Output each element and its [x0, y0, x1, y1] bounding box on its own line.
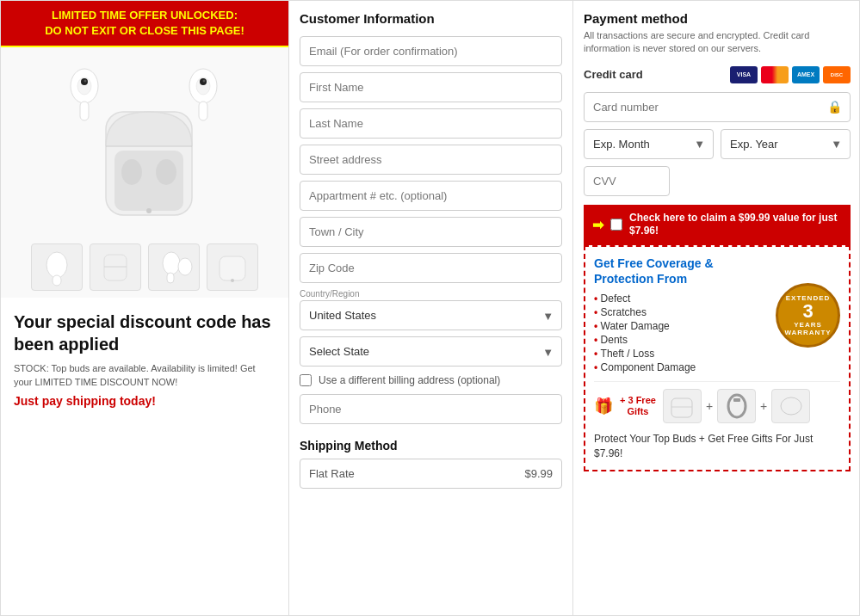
last-name-field[interactable] — [300, 108, 562, 139]
customer-info-title: Customer Information — [300, 11, 562, 26]
badge-years-text: 3 — [802, 302, 813, 321]
first-name-field[interactable] — [300, 72, 562, 102]
mastercard-logo — [761, 66, 789, 83]
warranty-list: Defect Scratches Water Damage Dents Thef… — [594, 292, 767, 374]
exp-year-select[interactable]: Exp. Year 202420252026 2027202820292030 — [721, 129, 851, 159]
svg-point-22 — [178, 258, 192, 275]
country-select-wrapper: United States Canada United Kingdom Aust… — [300, 300, 562, 330]
warranty-title: Get Free Coverage & Protection From — [594, 256, 767, 286]
billing-address-label: Use a different billing address (optiona… — [319, 374, 500, 386]
gift-icon: 🎁 — [594, 397, 613, 416]
svg-rect-18 — [104, 255, 127, 280]
credit-card-header: Credit card VISA AMEX DISC — [584, 66, 851, 83]
gift-item-3 — [771, 389, 810, 423]
lock-icon: 🔒 — [827, 100, 842, 114]
discount-title: Your special discount code has been appl… — [14, 311, 275, 355]
expiry-row: Exp. Month 01020304 05060708 09101112 ▼ … — [584, 129, 851, 159]
svg-point-24 — [231, 279, 234, 282]
gifts-label-line2: Gifts — [620, 406, 656, 417]
cvv-field[interactable] — [584, 166, 670, 196]
thumbnail-2[interactable] — [90, 243, 141, 291]
gift-dot-1: + — [706, 399, 713, 413]
svg-rect-13 — [199, 102, 207, 120]
just-pay-text: Just pay shipping today! — [14, 394, 275, 408]
just-pay-suffix: today! — [116, 394, 156, 408]
upsell-checkbox[interactable] — [610, 219, 622, 231]
svg-point-3 — [121, 159, 142, 185]
country-label: Country/Region — [300, 289, 562, 299]
email-field[interactable] — [300, 36, 562, 66]
airpods-product-image — [59, 60, 231, 224]
badge-years-label: YEARS — [794, 321, 822, 329]
warranty-item-dents: Dents — [594, 333, 767, 347]
free-gifts-label: + 3 Free Gifts — [620, 395, 656, 417]
svg-rect-8 — [80, 102, 89, 120]
card-number-wrapper: 🔒 — [584, 92, 851, 122]
badge-warranty-text: WARRANTY — [784, 329, 831, 336]
gift-item-1 — [663, 389, 702, 423]
thumbnail-row — [1, 237, 288, 298]
svg-rect-28 — [733, 398, 740, 402]
thumbnail-3[interactable] — [148, 243, 200, 291]
warranty-item-water: Water Damage — [594, 319, 767, 333]
warranty-item-theft: Theft / Loss — [594, 347, 767, 360]
thumbnail-4[interactable] — [207, 243, 258, 291]
warranty-item-defect: Defect — [594, 292, 767, 305]
svg-rect-17 — [53, 275, 61, 286]
warranty-item-scratches: Scratches — [594, 305, 767, 319]
svg-point-29 — [781, 397, 801, 415]
gifts-label-line1: + 3 Free — [620, 395, 656, 406]
svg-point-16 — [46, 252, 67, 278]
upsell-banner: ➡ Check here to claim a $99.99 value for… — [584, 205, 851, 245]
limited-offer-banner: LIMITED TIME OFFER UNLOCKED: DO NOT EXIT… — [1, 1, 288, 47]
left-panel: LIMITED TIME OFFER UNLOCKED: DO NOT EXIT… — [1, 1, 289, 615]
svg-point-10 — [84, 80, 87, 83]
shipping-option-label: Flat Rate — [309, 467, 355, 480]
thumbnail-1[interactable] — [31, 243, 83, 291]
visa-logo: VISA — [730, 66, 758, 83]
shipping-method-title: Shipping Method — [300, 439, 562, 453]
apartment-field[interactable] — [300, 181, 562, 211]
warranty-text-col: Get Free Coverage & Protection From Defe… — [594, 256, 767, 374]
exp-year-wrapper: Exp. Year 202420252026 2027202820292030 … — [721, 129, 851, 159]
svg-point-5 — [146, 208, 152, 213]
exp-month-wrapper: Exp. Month 01020304 05060708 09101112 ▼ — [584, 129, 714, 159]
street-address-field[interactable] — [300, 145, 562, 175]
warranty-item-component: Component Damage — [594, 360, 767, 374]
svg-rect-23 — [220, 256, 245, 280]
upsell-text: Check here to claim a $99.99 value for j… — [629, 212, 842, 238]
shipping-option-price: $9.99 — [524, 467, 553, 480]
city-field[interactable] — [300, 217, 562, 247]
shipping-flat-rate: Flat Rate $9.99 — [300, 459, 562, 489]
warranty-content: Get Free Coverage & Protection From Defe… — [594, 256, 840, 374]
billing-address-checkbox[interactable] — [300, 374, 312, 386]
svg-point-15 — [203, 80, 206, 83]
credit-card-label: Credit card — [584, 68, 643, 81]
phone-field[interactable] — [300, 394, 562, 424]
payment-subtitle: All transactions are secure and encrypte… — [584, 29, 851, 56]
payment-title: Payment method — [584, 11, 851, 26]
card-number-field[interactable] — [584, 92, 851, 122]
exp-month-select[interactable]: Exp. Month 01020304 05060708 09101112 — [584, 129, 714, 159]
state-select-wrapper: Select State Alabama Alaska Arizona Cali… — [300, 336, 562, 367]
discount-text-section: Your special discount code has been appl… — [1, 298, 288, 412]
right-panel: Payment method All transactions are secu… — [573, 1, 860, 615]
upsell-arrow-icon: ➡ — [592, 217, 603, 233]
svg-rect-25 — [671, 398, 692, 417]
stock-notice: STOCK: Top buds are available. Availabil… — [14, 362, 275, 389]
warranty-box: Get Free Coverage & Protection From Defe… — [584, 245, 851, 471]
discover-logo: DISC — [823, 66, 851, 83]
billing-address-row: Use a different billing address (optiona… — [300, 373, 562, 388]
svg-point-4 — [156, 159, 176, 185]
banner-line2: DO NOT EXIT OR CLOSE THIS PAGE! — [9, 23, 280, 39]
svg-point-27 — [728, 395, 746, 417]
gift-item-2 — [717, 389, 756, 423]
product-image-main — [1, 47, 288, 237]
protect-text: Protect Your Top Buds + Get Free Gifts F… — [594, 428, 840, 461]
gift-images: + + — [663, 389, 810, 423]
state-select[interactable]: Select State Alabama Alaska Arizona Cali… — [300, 336, 562, 367]
country-select[interactable]: United States Canada United Kingdom Aust… — [300, 300, 562, 330]
just-pay-shipping: Just pay shipping — [14, 394, 116, 408]
zip-field[interactable] — [300, 253, 562, 283]
card-logos: VISA AMEX DISC — [730, 66, 851, 83]
